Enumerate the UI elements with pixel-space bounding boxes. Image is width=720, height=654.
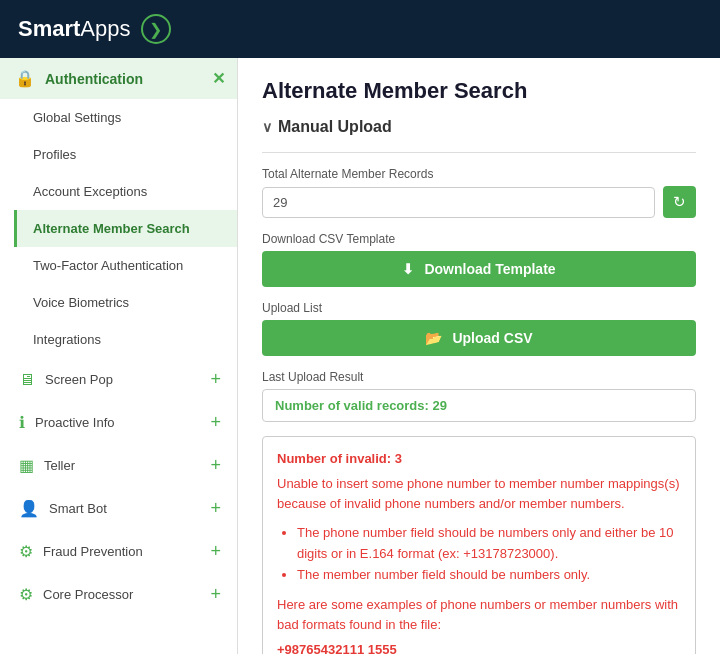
logo-bold: Smart: [18, 16, 80, 41]
section-divider: [262, 152, 696, 153]
sidebar-label-profiles: Profiles: [33, 147, 76, 162]
sidebar-item-fraud-prevention[interactable]: ⚙ Fraud Prevention +: [0, 530, 237, 573]
chevron-right-icon: ❯: [149, 20, 162, 39]
sidebar-label-two-factor-auth: Two-Factor Authentication: [33, 258, 183, 273]
sidebar-item-two-factor-authentication[interactable]: Two-Factor Authentication: [14, 247, 237, 284]
refresh-icon: ↻: [673, 193, 686, 211]
sidebar-item-smart-bot[interactable]: 👤 Smart Bot +: [0, 487, 237, 530]
sidebar-label-global-settings: Global Settings: [33, 110, 121, 125]
error-bullet-1: The phone number field should be numbers…: [297, 523, 681, 565]
lock-icon: 🔒: [15, 69, 35, 88]
teller-icon: ▦: [19, 456, 34, 475]
section-title: Manual Upload: [278, 118, 392, 136]
expand-proactive-info-icon[interactable]: +: [210, 412, 221, 433]
sidebar-item-proactive-info[interactable]: ℹ Proactive Info +: [0, 401, 237, 444]
expand-teller-icon[interactable]: +: [210, 455, 221, 476]
bot-icon: 👤: [19, 499, 39, 518]
fraud-icon: ⚙: [19, 542, 33, 561]
sidebar-section-authentication[interactable]: 🔒 Authentication ✕: [0, 58, 237, 99]
bad-number-example: +98765432111 1555: [277, 642, 681, 654]
sidebar: 🔒 Authentication ✕ Global Settings Profi…: [0, 58, 238, 654]
sidebar-label-fraud-prevention: Fraud Prevention: [43, 544, 143, 559]
monitor-icon: 🖥: [19, 371, 35, 389]
sidebar-label-proactive-info: Proactive Info: [35, 415, 115, 430]
download-btn-label: Download Template: [424, 261, 555, 277]
total-records-label: Total Alternate Member Records: [262, 167, 696, 181]
valid-records-box: Number of valid records: 29: [262, 389, 696, 422]
app-logo: SmartApps: [18, 16, 131, 42]
sidebar-label-screen-pop: Screen Pop: [45, 372, 113, 387]
info-icon: ℹ: [19, 413, 25, 432]
page-title: Alternate Member Search: [262, 78, 696, 104]
sidebar-label-account-exceptions: Account Exceptions: [33, 184, 147, 199]
upload-csv-button[interactable]: 📂 Upload CSV: [262, 320, 696, 356]
refresh-button[interactable]: ↻: [663, 186, 696, 218]
sidebar-item-integrations[interactable]: Integrations: [14, 321, 237, 358]
error-message: Unable to insert some phone number to me…: [277, 474, 681, 513]
main-content: Alternate Member Search ∨ Manual Upload …: [238, 58, 720, 654]
sidebar-item-profiles[interactable]: Profiles: [14, 136, 237, 173]
sidebar-section-label: Authentication: [45, 71, 143, 87]
total-records-row: ↻: [262, 186, 696, 218]
download-csv-label: Download CSV Template: [262, 232, 696, 246]
upload-icon: 📂: [425, 330, 442, 346]
valid-records-text: Number of valid records: 29: [275, 398, 447, 413]
sidebar-item-screen-pop[interactable]: 🖥 Screen Pop +: [0, 358, 237, 401]
collapse-chevron-icon: ∨: [262, 119, 272, 135]
nav-forward-button[interactable]: ❯: [141, 14, 171, 44]
expand-core-processor-icon[interactable]: +: [210, 584, 221, 605]
sidebar-label-smart-bot: Smart Bot: [49, 501, 107, 516]
upload-list-label: Upload List: [262, 301, 696, 315]
sidebar-label-alternate-member-search: Alternate Member Search: [33, 221, 190, 236]
error-examples-label: Here are some examples of phone numbers …: [277, 595, 681, 634]
sidebar-label-voice-biometrics: Voice Biometrics: [33, 295, 129, 310]
sidebar-item-voice-biometrics[interactable]: Voice Biometrics: [14, 284, 237, 321]
sidebar-item-alternate-member-search[interactable]: Alternate Member Search: [14, 210, 237, 247]
sidebar-label-integrations: Integrations: [33, 332, 101, 347]
expand-smart-bot-icon[interactable]: +: [210, 498, 221, 519]
sidebar-item-core-processor[interactable]: ⚙ Core Processor +: [0, 573, 237, 616]
close-icon[interactable]: ✕: [212, 69, 225, 88]
sidebar-item-global-settings[interactable]: Global Settings: [14, 99, 237, 136]
upload-btn-label: Upload CSV: [452, 330, 532, 346]
error-bullet-2: The member number field should be number…: [297, 565, 681, 586]
sidebar-item-teller[interactable]: ▦ Teller +: [0, 444, 237, 487]
expand-screen-pop-icon[interactable]: +: [210, 369, 221, 390]
error-list: The phone number field should be numbers…: [277, 523, 681, 585]
sidebar-sub-items: Global Settings Profiles Account Excepti…: [0, 99, 237, 358]
invalid-count-text: Number of invalid: 3: [277, 451, 681, 466]
sidebar-label-core-processor: Core Processor: [43, 587, 133, 602]
expand-fraud-prevention-icon[interactable]: +: [210, 541, 221, 562]
download-icon: ⬇: [402, 261, 414, 277]
core-icon: ⚙: [19, 585, 33, 604]
main-layout: 🔒 Authentication ✕ Global Settings Profi…: [0, 58, 720, 654]
app-header: SmartApps ❯: [0, 0, 720, 58]
last-upload-label: Last Upload Result: [262, 370, 696, 384]
download-template-button[interactable]: ⬇ Download Template: [262, 251, 696, 287]
total-records-input[interactable]: [262, 187, 655, 218]
sidebar-item-account-exceptions[interactable]: Account Exceptions: [14, 173, 237, 210]
logo-thin: Apps: [80, 16, 130, 41]
manual-upload-section-header[interactable]: ∨ Manual Upload: [262, 118, 696, 136]
error-section: Number of invalid: 3 Unable to insert so…: [262, 436, 696, 654]
sidebar-label-teller: Teller: [44, 458, 75, 473]
